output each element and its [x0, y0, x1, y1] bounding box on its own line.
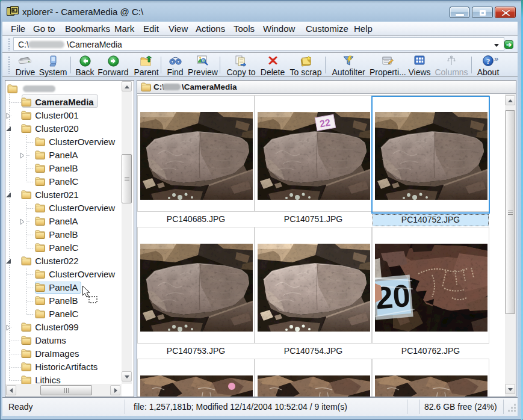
svg-text:?: ?: [486, 57, 490, 66]
